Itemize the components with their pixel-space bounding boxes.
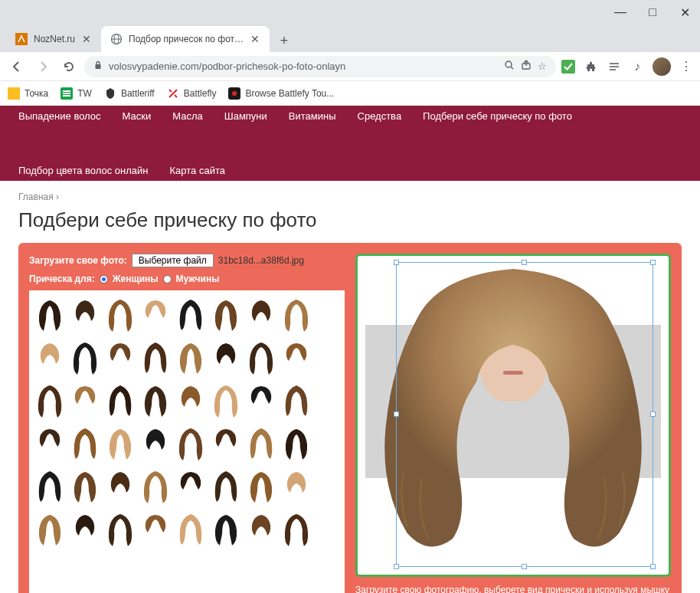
hairstyle-thumb[interactable] xyxy=(103,422,138,465)
back-button[interactable] xyxy=(6,56,28,77)
hairstyle-thumb[interactable] xyxy=(173,379,208,422)
resize-handle[interactable] xyxy=(650,564,656,569)
hairstyle-thumb[interactable] xyxy=(67,336,103,379)
hairstyle-thumb[interactable] xyxy=(138,508,173,551)
hairstyle-thumb[interactable] xyxy=(173,465,208,508)
choose-file-button[interactable]: Выберите файл xyxy=(132,254,214,267)
bookmark-battleriff[interactable]: Battleriff xyxy=(104,87,155,100)
menu-item[interactable]: Средства xyxy=(358,110,402,122)
hairstyle-thumb[interactable] xyxy=(67,379,103,422)
resize-handle[interactable] xyxy=(650,260,656,265)
hairstyle-thumb[interactable] xyxy=(103,508,138,551)
hairstyle-thumb[interactable] xyxy=(103,379,138,422)
bookmark-battlefly[interactable]: Battlefly xyxy=(167,87,217,100)
hairstyle-thumb[interactable] xyxy=(138,422,173,465)
hairstyle-thumb[interactable] xyxy=(208,508,244,551)
hairstyle-gallery[interactable] xyxy=(29,290,345,593)
tab-hairstyle[interactable]: Подбор причесок по фото онла ✕ xyxy=(101,26,270,52)
hairstyle-thumb[interactable] xyxy=(138,379,173,422)
hairstyle-thumb[interactable] xyxy=(244,465,279,508)
hairstyle-thumb[interactable] xyxy=(32,422,67,465)
preview-canvas[interactable] xyxy=(355,254,671,577)
bookmark-tw[interactable]: TW xyxy=(61,87,92,100)
forward-button[interactable] xyxy=(32,56,54,77)
window-minimize-button[interactable]: — xyxy=(611,3,630,21)
bookmark-star-icon[interactable]: ☆ xyxy=(538,61,547,72)
menu-item[interactable]: Витамины xyxy=(289,110,336,122)
hairstyle-thumb[interactable] xyxy=(279,336,314,379)
extensions-puzzle-icon[interactable] xyxy=(584,59,599,74)
hairstyle-thumb[interactable] xyxy=(244,293,279,336)
window-close-button[interactable]: ✕ xyxy=(675,3,694,21)
music-icon[interactable]: ♪ xyxy=(630,59,645,74)
resize-handle[interactable] xyxy=(394,260,399,265)
hairstyle-thumb[interactable] xyxy=(208,379,244,422)
hairstyle-thumb[interactable] xyxy=(279,422,314,465)
resize-handle[interactable] xyxy=(522,564,527,569)
hairstyle-thumb[interactable] xyxy=(67,422,103,465)
reading-list-icon[interactable] xyxy=(607,59,622,74)
hairstyle-thumb[interactable] xyxy=(244,508,279,551)
hairstyle-thumb[interactable] xyxy=(208,465,244,508)
hairstyle-thumb[interactable] xyxy=(32,379,67,422)
new-tab-button[interactable]: + xyxy=(273,29,296,52)
menu-item[interactable]: Маски xyxy=(123,110,152,122)
hairstyle-thumb[interactable] xyxy=(103,336,138,379)
hairstyle-thumb[interactable] xyxy=(67,293,103,336)
hairstyle-thumb[interactable] xyxy=(67,508,103,551)
window-maximize-button[interactable]: □ xyxy=(643,3,662,21)
svg-rect-8 xyxy=(561,60,575,74)
hairstyle-thumb[interactable] xyxy=(103,293,138,336)
chrome-menu-icon[interactable]: ⋮ xyxy=(679,59,694,74)
bookmark-tochka[interactable]: Точка xyxy=(8,87,48,100)
extension-check-icon[interactable] xyxy=(561,59,576,74)
reload-button[interactable] xyxy=(58,56,80,77)
resize-handle[interactable] xyxy=(394,411,399,417)
hairstyle-thumb[interactable] xyxy=(32,293,67,336)
menu-item[interactable]: Выпадение волос xyxy=(18,110,101,122)
breadcrumb-home[interactable]: Главная xyxy=(18,192,54,202)
hairstyle-thumb[interactable] xyxy=(138,465,173,508)
menu-item[interactable]: Подбери себе прическу по фото xyxy=(423,110,572,122)
menu-item[interactable]: Карта сайта xyxy=(170,165,225,176)
menu-item[interactable]: Подбор цвета волос онлайн xyxy=(18,165,149,176)
hairstyle-thumb[interactable] xyxy=(279,508,314,551)
address-bar[interactable]: volosvypadenie.com/podbor-prichesok-po-f… xyxy=(84,56,556,77)
hairstyle-thumb[interactable] xyxy=(138,336,173,379)
hairstyle-thumb[interactable] xyxy=(32,465,67,508)
resize-handle[interactable] xyxy=(522,260,527,265)
radio-women[interactable] xyxy=(100,275,108,283)
hairstyle-thumb[interactable] xyxy=(208,336,244,379)
hairstyle-thumb[interactable] xyxy=(173,422,208,465)
bookmark-battlefy[interactable]: Browse Battlefy Tou... xyxy=(228,87,334,100)
hairstyle-thumb[interactable] xyxy=(32,508,67,551)
profile-avatar[interactable] xyxy=(653,57,671,76)
hairstyle-thumb[interactable] xyxy=(173,293,208,336)
hairstyle-thumb[interactable] xyxy=(208,293,244,336)
hairstyle-thumb[interactable] xyxy=(138,293,173,336)
tab-close-icon[interactable]: ✕ xyxy=(81,34,92,44)
hairstyle-thumb[interactable] xyxy=(32,336,67,379)
tab-noznet[interactable]: NozNet.ru ✕ xyxy=(6,26,101,52)
hairstyle-thumb[interactable] xyxy=(244,379,279,422)
resize-handle[interactable] xyxy=(394,564,399,569)
radio-men[interactable] xyxy=(163,275,172,283)
resize-handle[interactable] xyxy=(650,411,656,417)
tab-close-icon[interactable]: ✕ xyxy=(250,34,260,44)
hairstyle-thumb[interactable] xyxy=(244,336,279,379)
hairstyle-thumb[interactable] xyxy=(103,465,138,508)
hairstyle-thumb[interactable] xyxy=(244,422,279,465)
menu-item[interactable]: Масла xyxy=(172,110,203,122)
selection-box[interactable] xyxy=(396,262,653,567)
hairstyle-thumb[interactable] xyxy=(279,379,314,422)
zoom-icon[interactable] xyxy=(504,60,515,73)
menu-item[interactable]: Шампуни xyxy=(224,110,267,122)
hairstyle-thumb[interactable] xyxy=(208,422,244,465)
hairstyle-thumb[interactable] xyxy=(279,465,314,508)
hairstyle-thumb[interactable] xyxy=(279,293,314,336)
file-name: 31bc18d...a38f6d.jpg xyxy=(218,255,304,266)
hairstyle-thumb[interactable] xyxy=(173,508,208,551)
hairstyle-thumb[interactable] xyxy=(173,336,208,379)
share-icon[interactable] xyxy=(521,60,532,73)
hairstyle-thumb[interactable] xyxy=(67,465,103,508)
